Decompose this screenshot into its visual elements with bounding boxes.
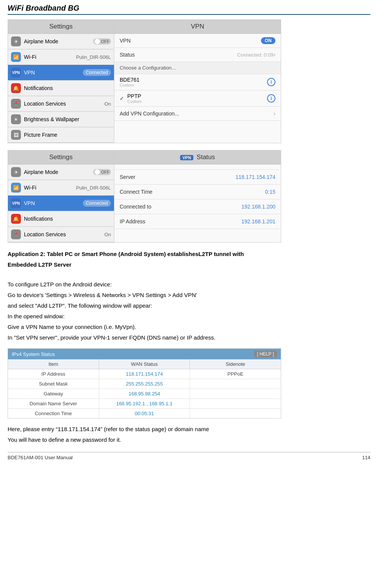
airplane-icon-2: ✈ bbox=[11, 167, 21, 177]
status-vpn-badge: VPN bbox=[180, 155, 193, 160]
footer-left: BDE761AM-001 User Manual bbox=[8, 455, 73, 460]
status-title: VPN Status bbox=[114, 150, 281, 164]
footer-right: 114 bbox=[362, 455, 370, 460]
ipv4-wan-conntime: 00:05:31 bbox=[99, 409, 190, 418]
item2-label-notifications: Notifications bbox=[24, 216, 111, 222]
config-bde761-sub: Custom bbox=[120, 83, 267, 87]
settings-title-2: Settings bbox=[8, 150, 114, 164]
add-vpn-row[interactable]: Add VPN Configuration... › bbox=[114, 107, 281, 121]
item-label-vpn: VPN bbox=[24, 70, 83, 76]
settings-panel-1: Settings ✈ Airplane Mode OFF 📶 Wi-Fi Pul… bbox=[8, 20, 114, 143]
config-pptp[interactable]: ✓ PPTP Custom i bbox=[114, 90, 281, 107]
airplane-toggle-2[interactable]: OFF bbox=[93, 169, 111, 175]
settings2-item-airplane[interactable]: ✈ Airplane Mode OFF bbox=[8, 164, 114, 180]
body-line4: In the opened window: bbox=[8, 312, 370, 321]
body-line5: Give a VPN Name to your connection (i.e.… bbox=[8, 322, 370, 332]
location-value-2: On bbox=[104, 232, 111, 237]
ipv4-header: IPv4 System Status [ HELP ] bbox=[8, 349, 281, 359]
item2-label-wifi: Wi-Fi bbox=[24, 185, 74, 191]
config-bde761-name: BDE761 bbox=[120, 77, 267, 83]
ipv4-row-gateway: Gateway 168.95.98.254 bbox=[8, 389, 281, 399]
pptp-info-icon[interactable]: i bbox=[267, 94, 275, 103]
body-heading2: Embedded L2TP Server bbox=[8, 260, 370, 269]
status-panel: VPN Status Server 118.171.154.174 Connec… bbox=[114, 150, 281, 242]
vpn-status-row[interactable]: Status Connected: 0:09 › bbox=[114, 48, 281, 62]
footer-line1: Here, please entry “118.171.154.174” (re… bbox=[8, 425, 370, 434]
body-text: Application 2: Tablet PC or Smart Phone … bbox=[8, 250, 370, 342]
airplane-toggle[interactable]: OFF bbox=[93, 38, 111, 44]
status-row-connectedto: Connected to 192.168.1.200 bbox=[114, 199, 281, 214]
bde761-info-icon[interactable]: i bbox=[267, 78, 275, 86]
settings2-item-vpn[interactable]: VPN VPN Connected bbox=[8, 196, 114, 211]
settings2-item-notifications[interactable]: 🔔 Notifications bbox=[8, 211, 114, 227]
status-label: Status bbox=[120, 52, 237, 58]
settings-item-vpn[interactable]: VPN VPN Connected bbox=[8, 65, 114, 81]
settings-panel-2: Settings ✈ Airplane Mode OFF 📶 Wi-Fi Pul… bbox=[8, 150, 114, 242]
vpn-title: VPN bbox=[114, 20, 281, 34]
server-value: 118.171.154.174 bbox=[236, 174, 275, 180]
pptp-checkmark: ✓ bbox=[120, 95, 124, 101]
ipv4-row-conntime: Connection Time 00:05:31 bbox=[8, 409, 281, 418]
wifi-value: Pulin_DIR-506L bbox=[76, 54, 111, 60]
status-row-server: Server 118.171.154.174 bbox=[114, 170, 281, 185]
page-footer: BDE761AM-001 User Manual 114 bbox=[8, 452, 370, 460]
screenshot1: Settings ✈ Airplane Mode OFF 📶 Wi-Fi Pul… bbox=[8, 19, 281, 143]
footer-body-text: Here, please entry “118.171.154.174” (re… bbox=[8, 425, 370, 444]
status-chevron: › bbox=[274, 51, 275, 58]
settings-title-1: Settings bbox=[8, 20, 114, 34]
vpn-toggle-row[interactable]: VPN ON bbox=[114, 34, 281, 48]
ipv4-help-button[interactable]: [ HELP ] bbox=[254, 351, 277, 357]
ipv4-columns: Item WAN Status Sidenote bbox=[8, 359, 281, 369]
ipv4-item-dns: Domain Name Server bbox=[8, 399, 99, 408]
ipv4-note-gateway bbox=[190, 389, 281, 398]
settings2-item-wifi[interactable]: 📶 Wi-Fi Pulin_DIR-506L bbox=[8, 180, 114, 196]
body-line2: Go to device's 'Settings > Wireless & Ne… bbox=[8, 291, 370, 300]
airplane-icon: ✈ bbox=[11, 36, 21, 46]
vpn-icon: VPN bbox=[11, 68, 21, 77]
location-icon: 📍 bbox=[11, 99, 21, 109]
status-panel-title: Status bbox=[197, 153, 215, 161]
config-pptp-sub: Custom bbox=[127, 99, 267, 104]
wifi-icon-2: 📶 bbox=[11, 183, 21, 193]
ipaddress-label: IP Address bbox=[120, 218, 241, 224]
vpn-panel: VPN VPN ON Status Connected: 0:09 › Choo… bbox=[114, 20, 281, 143]
settings-item-airplane[interactable]: ✈ Airplane Mode OFF bbox=[8, 34, 114, 49]
vpn-on-badge[interactable]: ON bbox=[261, 37, 275, 44]
item2-label-vpn: VPN bbox=[24, 200, 83, 206]
page-header: WiFi Broadband BG bbox=[8, 4, 370, 15]
config-pptp-name: PPTP bbox=[127, 93, 267, 99]
connectedto-value: 192.168.1.200 bbox=[241, 204, 275, 210]
body-line1: To configure L2TP on the Android device: bbox=[8, 280, 370, 289]
item2-label-airplane: Airplane Mode bbox=[24, 169, 93, 175]
body-line6: In "Set VPN server", provide your VPN-1 … bbox=[8, 333, 370, 342]
settings-item-brightness[interactable]: ☀ Brightness & Wallpaper bbox=[8, 112, 114, 127]
ipv4-item-gateway: Gateway bbox=[8, 389, 99, 398]
ipv4-item-conntime: Connection Time bbox=[8, 409, 99, 418]
notifications-icon: 🔔 bbox=[11, 83, 21, 93]
picture-icon: 🖼 bbox=[11, 130, 21, 140]
item-label-picture: Picture Frame bbox=[24, 132, 111, 138]
settings-item-notifications[interactable]: 🔔 Notifications bbox=[8, 81, 114, 96]
brightness-icon: ☀ bbox=[11, 114, 21, 124]
status-value: Connected: 0:09 bbox=[237, 52, 273, 58]
ipaddress-value: 192.168.1.201 bbox=[241, 218, 275, 224]
page-title: WiFi Broadband BG bbox=[8, 4, 370, 13]
item2-label-location: Location Services bbox=[24, 231, 103, 237]
settings-item-location[interactable]: 📍 Location Services On bbox=[8, 96, 114, 112]
choose-config-header: Choose a Configuration... bbox=[114, 62, 281, 74]
config-bde761[interactable]: BDE761 Custom i bbox=[114, 74, 281, 90]
ipv4-wan-subnet: 255.255.255.255 bbox=[99, 379, 190, 389]
wifi-icon: 📶 bbox=[11, 52, 21, 62]
settings-item-picture[interactable]: 🖼 Picture Frame bbox=[8, 127, 114, 143]
vpn-icon-2: VPN bbox=[11, 198, 21, 208]
ipv4-note-ip: PPPoE bbox=[190, 369, 281, 379]
ipv4-row-ip: IP Address 118.171.154.174 PPPoE bbox=[8, 369, 281, 379]
ipv4-row-dns: Domain Name Server 168.95.192.1 , 168.95… bbox=[8, 399, 281, 409]
vpn-label: VPN bbox=[120, 38, 261, 44]
col-item: Item bbox=[8, 359, 99, 369]
settings-item-wifi[interactable]: 📶 Wi-Fi Pulin_DIR-506L bbox=[8, 49, 114, 65]
ipv4-header-label: IPv4 System Status bbox=[12, 351, 55, 357]
toggle-circle-2 bbox=[95, 169, 100, 175]
status-row-connecttime: Connect Time 0:15 bbox=[114, 185, 281, 199]
settings2-item-location[interactable]: 📍 Location Services On bbox=[8, 227, 114, 242]
